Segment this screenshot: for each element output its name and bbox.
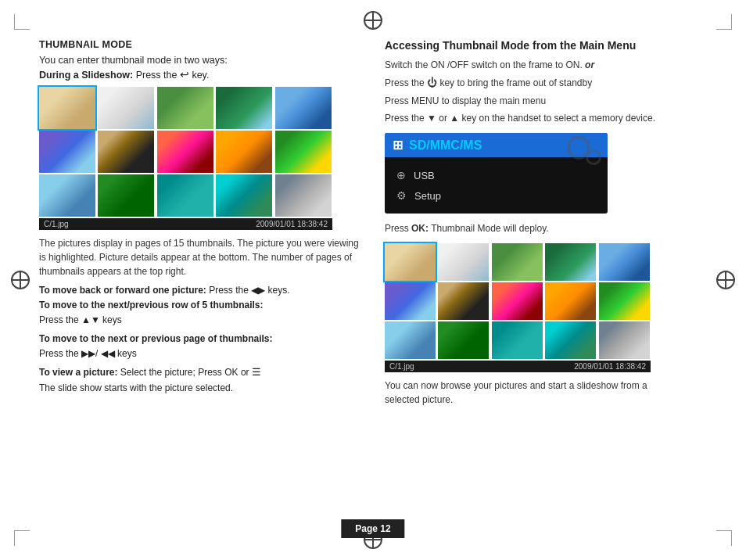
return-key-icon: ↩ — [180, 68, 189, 81]
right-line2-press: Press the — [385, 77, 427, 88]
slideshow-end: key. — [192, 70, 209, 81]
intro-text: You can enter thumbnail mode in two ways… — [39, 55, 361, 66]
corner-mark-br — [716, 530, 732, 546]
bottom-text-2: selected picture. — [385, 394, 453, 405]
bottom-text-1: You can now browse your pictures and sta… — [385, 380, 647, 391]
arrow-down-icon: ▼ — [427, 113, 436, 124]
thumb-1 — [39, 87, 95, 129]
crosshair-top — [364, 11, 382, 30]
right-line4-press: Press the — [385, 113, 427, 124]
instruction-5: The slide show starts with the picture s… — [39, 381, 361, 396]
setup-icon: ⚙ — [396, 189, 407, 202]
page-content: THUMBNAIL MODE You can enter thumbnail m… — [39, 39, 707, 521]
ok-end: Thumbnail Mode will deploy. — [429, 223, 549, 234]
small-thumb-13 — [492, 321, 543, 359]
small-thumb-3 — [492, 243, 543, 281]
menu-title: SD/MMC/MS — [409, 138, 482, 153]
thumb-timestamp: 2009/01/01 18:38:42 — [256, 220, 328, 228]
small-thumb-5 — [599, 243, 650, 281]
small-thumb-1 — [385, 243, 436, 281]
corner-mark-tl — [14, 14, 30, 30]
instruction-3-bold: To move to the next or previous page of … — [39, 333, 272, 344]
thumb-3 — [157, 87, 213, 129]
instruction-2-bold: To move to the next/previous row of 5 th… — [39, 300, 263, 311]
slideshow-bold: During a Slideshow: — [39, 70, 133, 81]
thumb-7 — [98, 131, 154, 173]
thumb-5 — [275, 87, 332, 129]
instruction-3: To move to the next or previous page of … — [39, 332, 361, 346]
small-thumb-11 — [385, 321, 436, 359]
right-line1-text: Switch the ON /OFF switch on the frame t… — [385, 59, 583, 70]
setup-label: Setup — [414, 190, 441, 202]
ok-text: Press OK: Thumbnail Mode will deploy. — [385, 221, 707, 236]
thumb-6 — [39, 131, 95, 173]
small-thumbnail-grid — [385, 243, 651, 359]
right-line1-or: or — [585, 59, 594, 70]
small-thumb-filename: C/1.jpg — [389, 362, 414, 371]
small-thumb-2 — [438, 243, 489, 281]
ok-bold: OK: — [411, 223, 429, 234]
right-heading: Accessing Thumbnail Mode from the Main M… — [385, 39, 707, 52]
corner-mark-bl — [14, 530, 30, 546]
menu-grid-icon: ⊞ — [393, 138, 403, 153]
right-line4-or: or — [439, 113, 450, 124]
instruction-1-bold: To move back or forward one picture: — [39, 285, 206, 296]
thumb-4 — [216, 87, 272, 129]
small-thumb-15 — [599, 321, 650, 359]
right-line1: Switch the ON /OFF switch on the frame t… — [385, 58, 707, 73]
instruction-4-bold: To view a picture: — [39, 367, 117, 378]
menu-icon: ☰ — [252, 366, 261, 378]
menu-item-setup[interactable]: ⚙ Setup — [385, 185, 608, 206]
thumb-10 — [275, 131, 332, 173]
thumbnail-grid-wrapper: C/1.jpg 2009/01/01 18:38:42 — [39, 87, 361, 230]
small-thumb-bar: C/1.jpg 2009/01/01 18:38:42 — [385, 361, 651, 372]
menu-deco-circles — [567, 136, 601, 164]
instruction-4: To view a picture: Select the picture; P… — [39, 364, 361, 381]
thumb-11 — [39, 174, 95, 217]
instruction-4-text: Select the picture; Press OK or — [120, 367, 249, 378]
small-thumb-10 — [599, 282, 650, 320]
arrow-up-icon: ▲ — [450, 113, 459, 124]
usb-label: USB — [414, 170, 435, 181]
thumb-9 — [216, 131, 272, 173]
menu-header: ⊞ SD/MMC/MS — [385, 133, 608, 157]
thumb-filename: C/1.jpg — [44, 220, 69, 228]
slideshow-label: During a Slideshow: Press the ↩ key. — [39, 68, 361, 81]
instruction-2-text: Press the ▲▼ keys — [39, 313, 361, 328]
instruction-2: To move to the next/previous row of 5 th… — [39, 298, 361, 313]
small-thumb-4 — [545, 243, 596, 281]
right-line3: Press MENU to display the main menu — [385, 94, 707, 109]
right-line2: Press the ⏻ key to bring the frame out o… — [385, 75, 707, 92]
body-text: The pictures display in pages of 15 thum… — [39, 236, 361, 278]
instruction-1: To move back or forward one picture: Pre… — [39, 283, 361, 298]
right-line4: Press the ▼ or ▲ key on the handset to s… — [385, 111, 707, 126]
thumbnail-grid — [39, 87, 332, 217]
page-badge: Page 12 — [341, 519, 404, 538]
small-thumb-7 — [438, 282, 489, 320]
bottom-text: You can now browse your pictures and sta… — [385, 379, 707, 407]
instruction-1-text: Press the ◀▶ keys. — [209, 285, 289, 296]
slideshow-text: Press the — [136, 70, 180, 81]
crosshair-left — [11, 271, 30, 289]
small-thumb-14 — [545, 321, 596, 359]
thumb-15 — [275, 174, 332, 217]
thumb-2 — [98, 87, 154, 129]
small-thumb-12 — [438, 321, 489, 359]
section-title: THUMBNAIL MODE — [39, 39, 361, 50]
thumb-8 — [157, 131, 213, 173]
thumb-13 — [157, 174, 213, 217]
left-column: THUMBNAIL MODE You can enter thumbnail m… — [39, 39, 361, 521]
instruction-3-text: Press the ▶▶/ ◀◀ keys — [39, 346, 361, 361]
small-thumb-6 — [385, 282, 436, 320]
thumb-12 — [98, 174, 154, 217]
power-icon: ⏻ — [427, 77, 437, 88]
instructions: To move back or forward one picture: Pre… — [39, 283, 361, 396]
corner-mark-tr — [716, 14, 732, 30]
small-thumb-9 — [545, 282, 596, 320]
menu-body: ⊕ USB ⚙ Setup — [385, 157, 608, 214]
ok-press: Press — [385, 223, 411, 234]
thumb-14 — [216, 174, 272, 217]
small-thumbnail-wrapper: C/1.jpg 2009/01/01 18:38:42 — [385, 243, 707, 372]
small-thumb-timestamp: 2009/01/01 18:38:42 — [574, 362, 646, 371]
menu-item-usb[interactable]: ⊕ USB — [385, 165, 608, 185]
